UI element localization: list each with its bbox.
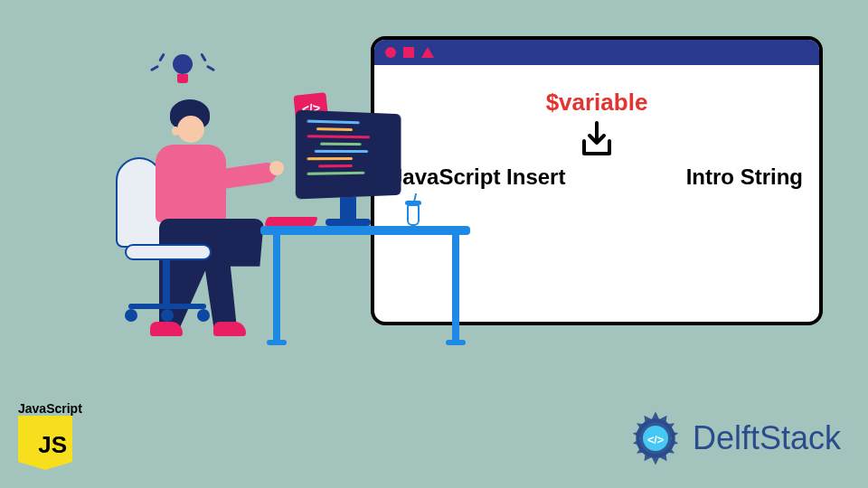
shoe-icon bbox=[150, 322, 183, 336]
desk-foot bbox=[267, 340, 287, 345]
right-text: Intro String bbox=[686, 164, 803, 190]
person-head bbox=[170, 103, 212, 148]
light-ray-icon bbox=[150, 65, 159, 72]
monitor-screen bbox=[296, 110, 401, 200]
chair-pole bbox=[163, 260, 170, 305]
coffee-cup-icon bbox=[407, 197, 423, 226]
shoe-icon bbox=[213, 322, 246, 336]
monitor-base bbox=[326, 219, 371, 226]
delftstack-logo: </> DelftStack bbox=[624, 407, 841, 470]
desk-top bbox=[260, 226, 470, 235]
insert-arrow-icon bbox=[580, 121, 613, 157]
keyboard-icon bbox=[264, 217, 318, 226]
svg-text:</>: </> bbox=[647, 434, 664, 446]
desk-leg bbox=[273, 235, 280, 342]
chair-wheel-icon bbox=[125, 309, 137, 322]
js-shield-icon bbox=[18, 416, 72, 470]
desk-leg bbox=[452, 235, 459, 342]
light-ray-icon bbox=[206, 65, 215, 72]
developer-illustration: </> bbox=[72, 54, 452, 416]
light-ray-icon bbox=[158, 52, 165, 61]
chair-wheel-icon bbox=[161, 309, 174, 322]
variable-label: $variable bbox=[546, 89, 648, 117]
desk-foot bbox=[446, 340, 466, 345]
delftstack-name: DelftStack bbox=[693, 419, 841, 457]
light-ray-icon bbox=[200, 52, 207, 61]
chair-wheel-icon bbox=[197, 309, 210, 322]
chair-seat bbox=[125, 244, 212, 260]
delftstack-emblem-icon: </> bbox=[624, 407, 687, 470]
person-hand bbox=[269, 161, 284, 175]
lightbulb-icon bbox=[170, 54, 195, 87]
person-legs bbox=[159, 219, 264, 327]
monitor-stand bbox=[340, 197, 356, 219]
